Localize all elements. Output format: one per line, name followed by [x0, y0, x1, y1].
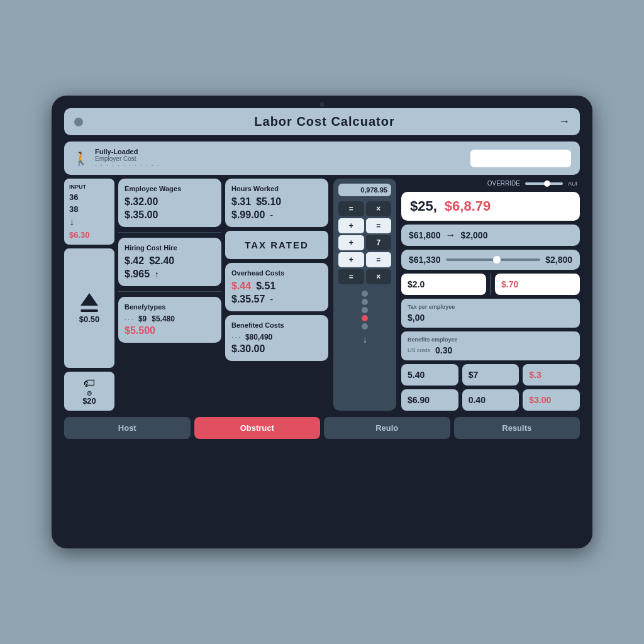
calc-btn-eq1[interactable]: =: [338, 201, 364, 216]
range1-arrow-icon: →: [446, 230, 456, 241]
calc-row-4: + =: [338, 252, 391, 267]
overhead-dash-icon: -: [270, 294, 273, 304]
slider-handle: [493, 256, 501, 264]
dot-active: [362, 315, 368, 321]
grid-r1-c3: $.3: [523, 364, 580, 386]
benefits-costs-title: Benefited Costs: [231, 321, 322, 329]
calc-btn-plus3[interactable]: +: [338, 252, 364, 267]
benefits-emp-label: Benefits employee: [408, 336, 574, 343]
calc-btn-plus1[interactable]: +: [338, 218, 364, 233]
range1-val1: $61,800: [409, 230, 441, 240]
input-box: INPUT 36 38 ↓ $6.30: [64, 179, 114, 245]
fully-loaded-input[interactable]: [470, 150, 571, 167]
fully-loaded-sublabel: Employer Cost: [95, 155, 464, 162]
benefits-dots: · · ·: [125, 316, 133, 323]
override-label: OVERRIDE: [487, 180, 520, 187]
slider-val1-card: $2.0: [401, 274, 486, 295]
calc-row-2: + =: [338, 218, 391, 233]
input-label: INPUT: [69, 184, 109, 190]
overhead-val3: $.35.57: [231, 294, 265, 305]
override-handle: [544, 180, 550, 187]
hours-val2: $5.10: [256, 196, 281, 208]
override-row: OVERRIDE AUI: [401, 179, 580, 188]
tab-host[interactable]: Host: [64, 417, 191, 439]
grid-r1-c2: $7: [462, 364, 519, 386]
tax-rated-section: TAX RATED: [225, 231, 328, 259]
tag-val: $20: [82, 396, 96, 406]
calc-btn-x2[interactable]: ×: [366, 269, 392, 284]
benefits-val2: $5.480: [152, 314, 175, 323]
calc-btn-plus2[interactable]: +: [338, 235, 364, 250]
benefits-emp-val: 0.30: [435, 345, 452, 355]
range2-val1: $61,330: [409, 255, 441, 265]
big-val1: $25,: [410, 198, 437, 214]
employee-wages-title: Employee Wages: [125, 185, 215, 192]
grid-r2-c1: $6.90: [401, 389, 458, 411]
overhead-val1: $.44: [231, 280, 251, 292]
hiring-cost-title: Hiring Cost Hire: [125, 244, 215, 252]
benefits-costs-dots: · · ·: [231, 334, 240, 341]
calc-display: 0,978.95: [338, 184, 391, 196]
overhead-card: Overhead Costs $.44 $.51 $.35.57 -: [225, 263, 328, 311]
big-val2: $6,8.79: [445, 198, 491, 214]
scroll-down-icon: ↓: [362, 334, 367, 345]
calc-btn-eq4[interactable]: =: [338, 269, 364, 284]
hiring-cost-card: Hiring Cost Hire $.42 $2.40 $.965 ↑: [118, 238, 221, 286]
tax-emp-card: Tax per employee $,00: [401, 299, 580, 328]
tab-reulo[interactable]: Reulo: [324, 417, 450, 439]
benefits-types-card: Benefytypes · · · $9 $5.480 $5.500: [118, 297, 221, 343]
range-card-1: $61,800 → $2,000: [401, 225, 580, 246]
overhead-val2: $.51: [256, 280, 275, 292]
tax-emp-row: Tax per employee $,00: [401, 299, 580, 328]
benefits-costs-val1: $80,490: [245, 333, 272, 341]
benefits-vals: US costs 0.30: [408, 345, 574, 355]
down-arrow-icon: ↓: [69, 216, 109, 228]
grid-r2-val1: $6.90: [408, 395, 430, 405]
hiring-val1: $.42: [125, 255, 144, 267]
tab-obstruct[interactable]: Obstruct: [194, 417, 321, 439]
calc-btn-x1[interactable]: ×: [366, 201, 392, 216]
override-slider[interactable]: [525, 182, 563, 185]
dot-4: [362, 323, 368, 330]
person-icon: 🚶: [73, 151, 89, 166]
emp-wages-val4: $.35.00: [125, 209, 158, 221]
benefits-val1: $9: [138, 314, 147, 323]
tax-rated-label: TAX RATED: [230, 236, 323, 254]
tablet-camera: [319, 102, 325, 107]
hours-val1: $.31: [231, 196, 251, 208]
fully-loaded-row: 🚶 Fully-Loaded Employer Cost · · · · · ·…: [64, 142, 580, 175]
hiring-val3: $.965: [125, 269, 150, 280]
tab-results[interactable]: Results: [454, 417, 580, 439]
header-arrow-icon: →: [558, 115, 570, 128]
range2-val2: $2,800: [545, 255, 572, 265]
big-cost-card: $25, $6,8.79: [401, 192, 580, 221]
range-slider[interactable]: [446, 258, 541, 261]
slider-val2: $.70: [501, 279, 518, 289]
triangle-icon: [80, 293, 98, 306]
grid-r2-c3: $3.00: [523, 389, 580, 411]
input-val2: 38: [69, 204, 109, 214]
range-card-2: $61,330 $2,800: [401, 250, 580, 270]
benefits-costs-card: Benefited Costs · · · $80,490 $.30.00: [225, 315, 328, 361]
calc-row-1: = ×: [338, 201, 391, 216]
hours-worked-card: Hours Worked $.31 $5.10 $.99.00 -: [225, 179, 328, 227]
grid-r2-val2: 0.40: [469, 395, 486, 405]
benefits-val3: $5.500: [125, 325, 155, 336]
dot-1: [362, 291, 368, 297]
grid-r1-val3: $.3: [529, 370, 541, 380]
tax-emp-val: $,00: [408, 313, 574, 323]
icon-val: $0.50: [79, 314, 100, 324]
tab-bar: Host Obstruct Reulo Results: [64, 417, 580, 439]
calc-btn-eq3[interactable]: =: [366, 252, 392, 267]
grid-r1-val2: $7: [469, 370, 479, 380]
benefits-card: Benefits employee US costs 0.30: [401, 331, 580, 360]
icon-box: $0.50: [64, 248, 114, 368]
tax-emp-label: Tax per employee: [408, 304, 574, 310]
dot-indicators: ↓: [338, 291, 391, 345]
calc-btn-eq2[interactable]: =: [366, 218, 392, 233]
overhead-title: Overhead Costs: [231, 269, 322, 277]
calc-btn-7[interactable]: 7: [366, 235, 392, 250]
hours-worked-title: Hours Worked: [231, 185, 322, 192]
range1-val2: $2,000: [461, 230, 488, 240]
calc-buttons: = × + = + 7 + =: [338, 201, 391, 284]
